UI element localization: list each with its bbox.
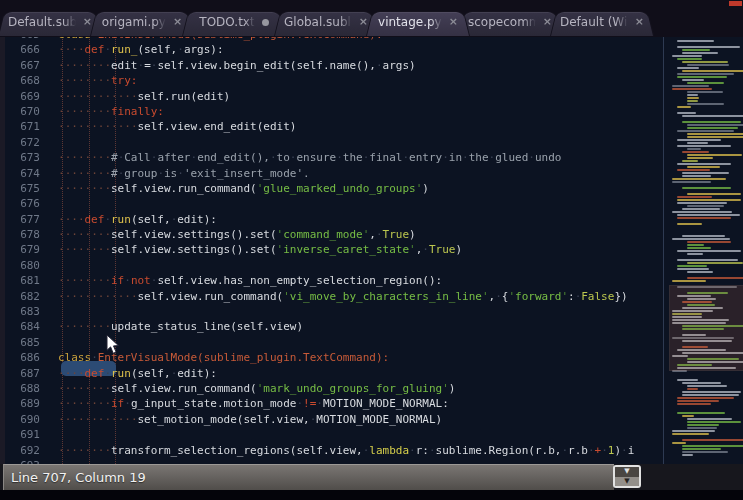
minimap-line bbox=[682, 79, 704, 81]
minimap-line bbox=[677, 400, 719, 402]
tab-strip: Default.sublim×origami.py×TODO.txtGlobal… bbox=[4, 8, 648, 36]
line-content: ········#·group·is·'exit_insert_mode'. bbox=[40, 166, 310, 181]
minimap-line bbox=[682, 394, 739, 396]
status-bar-panel: Line 707, Column 19 bbox=[3, 464, 614, 491]
minimap-line bbox=[672, 442, 686, 444]
tab-inner: Default.sublim× bbox=[0, 8, 102, 36]
tab-inner: scopecommand× bbox=[458, 8, 562, 36]
line-number: 685 bbox=[5, 335, 40, 350]
minimap-line bbox=[687, 136, 743, 138]
line-content: ····def·run(self,·edit): bbox=[40, 212, 217, 227]
tab-origami.py[interactable]: origami.py× bbox=[90, 8, 194, 36]
line-number: 681 bbox=[5, 273, 40, 288]
minimap-line bbox=[687, 385, 727, 387]
minimap-line bbox=[687, 154, 742, 156]
minimap-line bbox=[677, 130, 734, 132]
line-content bbox=[40, 458, 58, 464]
minimap-line bbox=[677, 223, 702, 225]
minimap-line bbox=[669, 436, 743, 438]
tab-inner: Default (Windo× bbox=[550, 8, 654, 36]
scroll-down-icon[interactable]: ▼ bbox=[615, 467, 639, 477]
line-number: 684 bbox=[5, 319, 40, 334]
line-number: 666 bbox=[5, 42, 40, 57]
code-line-677: 677····def·run(self,·edit): bbox=[5, 212, 743, 227]
code-line-666: 666····def·run_(self,·args): bbox=[5, 42, 743, 57]
line-number: 691 bbox=[5, 427, 40, 442]
code-line-681: 681········if·not·self.view.has_non_empt… bbox=[5, 273, 743, 288]
minimap-line bbox=[687, 97, 699, 99]
minimap-line bbox=[687, 100, 698, 102]
line-number: 668 bbox=[5, 73, 40, 88]
minimap-line bbox=[687, 124, 743, 126]
minimap-line bbox=[677, 199, 741, 201]
minimap-line bbox=[687, 148, 701, 150]
tab-label: Default (Windo bbox=[560, 15, 628, 29]
code-line-687: 687····def·run(self,·edit): bbox=[5, 366, 743, 381]
minimap-line bbox=[672, 238, 730, 240]
minimap-line bbox=[669, 190, 743, 192]
minimap-line bbox=[677, 58, 702, 60]
tab-todo.txt[interactable]: TODO.txt bbox=[182, 8, 286, 36]
minimap-line bbox=[677, 106, 691, 108]
line-number: 683 bbox=[5, 304, 40, 319]
line-number: 689 bbox=[5, 396, 40, 411]
minimap-line bbox=[672, 85, 709, 87]
code-line-668: 668········try: bbox=[5, 73, 743, 88]
code-line-684: 684········update_status_line(self.view) bbox=[5, 319, 743, 334]
line-content: ········try: bbox=[40, 73, 138, 88]
minimap-line bbox=[669, 109, 743, 111]
tab-close-icon[interactable]: × bbox=[449, 17, 458, 27]
code-line-675: 675········self.view.run_command('glue_m… bbox=[5, 181, 743, 196]
code-line-692: 692········transform_selection_regions(s… bbox=[5, 443, 743, 458]
tab-close-icon[interactable]: × bbox=[173, 17, 182, 27]
line-number: 686 bbox=[5, 350, 40, 365]
minimap-line bbox=[669, 376, 743, 378]
code-line-667: 667········edit·=·self.view.begin_edit(s… bbox=[5, 58, 743, 73]
code-line-669: 669············self.run(edit) bbox=[5, 89, 743, 104]
scroll-down-icon[interactable]: ▼ bbox=[615, 477, 639, 487]
minimap-viewport-indicator[interactable] bbox=[669, 285, 743, 371]
minimap-line bbox=[677, 250, 741, 252]
code-lines: 665class·ExitInsertMode(sublime_plugin.T… bbox=[5, 37, 743, 464]
minimap-line bbox=[672, 181, 711, 183]
line-content: ············self.view.end_edit(edit) bbox=[40, 119, 296, 134]
line-number: 675 bbox=[5, 181, 40, 196]
minimap-line bbox=[677, 112, 696, 114]
code-line-690: 690············set_motion_mode(self.view… bbox=[5, 412, 743, 427]
tab-label: origami.py bbox=[102, 15, 166, 29]
sublime-text-window: { "tabs": [ {"label":"Default.sublim","i… bbox=[0, 0, 743, 500]
tab-close-icon[interactable]: × bbox=[635, 17, 644, 27]
tab-inner: vintage.py× bbox=[366, 8, 470, 36]
minimap-line bbox=[687, 157, 713, 159]
code-line-689: 689········if·g_input_state.motion_mode·… bbox=[5, 396, 743, 411]
tab-vintage.py[interactable]: vintage.py× bbox=[366, 8, 470, 36]
tab-default.sublim[interactable]: Default.sublim× bbox=[0, 8, 102, 36]
code-line-671: 671············self.view.end_edit(edit) bbox=[5, 119, 743, 134]
code-line-691: 691 bbox=[5, 427, 743, 442]
minimap[interactable] bbox=[669, 37, 743, 464]
minimap-line bbox=[682, 121, 741, 123]
tab-scopecommand[interactable]: scopecommand× bbox=[458, 8, 562, 36]
line-number: 672 bbox=[5, 135, 40, 150]
line-content: ········self.view.run_command('glue_mark… bbox=[40, 181, 429, 196]
line-content: ········self.view.run_command('mark_undo… bbox=[40, 381, 455, 396]
scroll-stepper-button[interactable]: ▼ ▼ bbox=[613, 465, 641, 488]
minimap-line bbox=[677, 202, 727, 204]
minimap-line bbox=[669, 226, 743, 228]
tab-global.sublime[interactable]: Global.sublime× bbox=[274, 8, 378, 36]
line-number: 667 bbox=[5, 58, 40, 73]
minimap-line bbox=[687, 388, 698, 390]
minimap-line bbox=[677, 163, 731, 165]
line-number: 678 bbox=[5, 227, 40, 242]
line-content: ············self.view.run_command('vi_mo… bbox=[40, 289, 628, 304]
line-number: 687 bbox=[5, 366, 40, 381]
tab-default-windo[interactable]: Default (Windo× bbox=[550, 8, 654, 36]
code-line-693: 693 bbox=[5, 458, 743, 464]
minimap-line bbox=[672, 88, 712, 90]
minimap-line bbox=[687, 244, 704, 246]
code-editor[interactable]: 665class·ExitInsertMode(sublime_plugin.T… bbox=[0, 37, 743, 464]
minimap-line bbox=[682, 187, 731, 189]
line-content: ········self.view.settings().set('invers… bbox=[40, 242, 462, 257]
minimap-line bbox=[682, 451, 728, 453]
minimap-line bbox=[687, 166, 720, 168]
